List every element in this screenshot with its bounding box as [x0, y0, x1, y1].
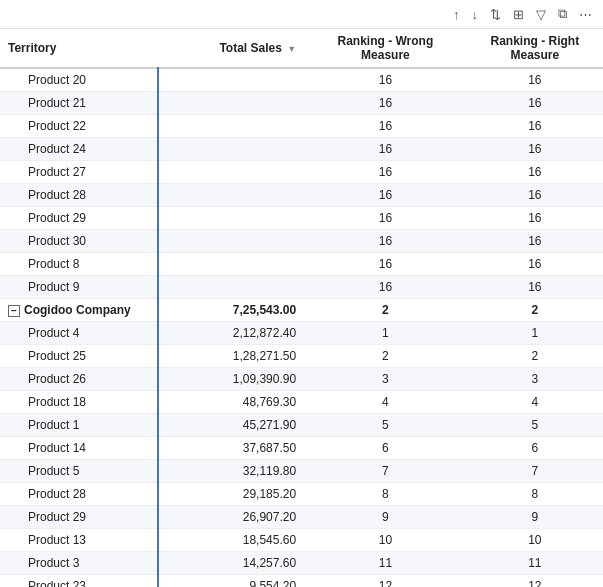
cell-sales: 45,271.90: [168, 414, 304, 437]
col-wrong-rank[interactable]: Ranking - Wrong Measure: [304, 29, 467, 68]
cell-territory: Product 4: [0, 322, 168, 345]
cell-wrong-rank: 16: [304, 207, 467, 230]
cell-territory: Product 13: [0, 529, 168, 552]
table-row: Product 314,257.601111: [0, 552, 603, 575]
table-row: Product 145,271.9055: [0, 414, 603, 437]
cell-sales: [168, 230, 304, 253]
cell-sales: 32,119.80: [168, 460, 304, 483]
cell-right-rank: 16: [467, 230, 603, 253]
filter-icon[interactable]: ▽: [533, 5, 549, 24]
table-row: Product 1848,769.3044: [0, 391, 603, 414]
cell-sales: [168, 92, 304, 115]
table-row: Product 1437,687.5066: [0, 437, 603, 460]
cell-territory: Product 29: [0, 207, 168, 230]
table-row: Product 532,119.8077: [0, 460, 603, 483]
cell-territory: Product 20: [0, 68, 168, 92]
cell-sales: [168, 276, 304, 299]
table-row: Product 2829,185.2088: [0, 483, 603, 506]
cell-wrong-rank: 5: [304, 414, 467, 437]
cell-sales: 14,257.60: [168, 552, 304, 575]
sort-asc-icon[interactable]: ↑: [450, 5, 463, 24]
expand-icon[interactable]: ⧉: [555, 4, 570, 24]
cell-wrong-rank: 8: [304, 483, 467, 506]
cell-wrong-rank: 2: [304, 299, 467, 322]
columns-icon[interactable]: ⊞: [510, 5, 527, 24]
cell-wrong-rank: 16: [304, 92, 467, 115]
cell-wrong-rank: 16: [304, 161, 467, 184]
toolbar: ↑ ↓ ⇅ ⊞ ▽ ⧉ ⋯: [0, 0, 603, 29]
cell-right-rank: 10: [467, 529, 603, 552]
table-row: Product 42,12,872.4011: [0, 322, 603, 345]
table-row: Product 251,28,271.5022: [0, 345, 603, 368]
cell-sales: 26,907.20: [168, 506, 304, 529]
sort-desc-icon[interactable]: ↓: [469, 5, 482, 24]
cell-wrong-rank: 7: [304, 460, 467, 483]
cell-sales: 1,28,271.50: [168, 345, 304, 368]
cell-sales: [168, 161, 304, 184]
cell-sales: 48,769.30: [168, 391, 304, 414]
col-right-rank[interactable]: Ranking - Right Measure: [467, 29, 603, 68]
cell-territory: Product 8: [0, 253, 168, 276]
cell-right-rank: 6: [467, 437, 603, 460]
cell-right-rank: 2: [467, 345, 603, 368]
cell-territory: Product 29: [0, 506, 168, 529]
table-row: Product 239,554.201212: [0, 575, 603, 588]
cell-right-rank: 2: [467, 299, 603, 322]
sort-both-icon[interactable]: ⇅: [487, 5, 504, 24]
cell-wrong-rank: 16: [304, 115, 467, 138]
cell-right-rank: 12: [467, 575, 603, 588]
cell-territory: Product 3: [0, 552, 168, 575]
cell-sales: [168, 253, 304, 276]
cell-territory: −Cogidoo Company: [0, 299, 168, 322]
cell-right-rank: 9: [467, 506, 603, 529]
cell-wrong-rank: 16: [304, 68, 467, 92]
col-territory[interactable]: Territory: [0, 29, 168, 68]
table-row: Product 221616: [0, 115, 603, 138]
cell-sales: [168, 207, 304, 230]
cell-wrong-rank: 12: [304, 575, 467, 588]
table-row: Product 281616: [0, 184, 603, 207]
cell-territory: Product 28: [0, 483, 168, 506]
cell-wrong-rank: 16: [304, 184, 467, 207]
cell-wrong-rank: 10: [304, 529, 467, 552]
expand-collapse-icon[interactable]: −: [8, 305, 20, 317]
cell-territory: Product 21: [0, 92, 168, 115]
cell-territory: Product 5: [0, 460, 168, 483]
cell-sales: 7,25,543.00: [168, 299, 304, 322]
cell-territory: Product 26: [0, 368, 168, 391]
cell-territory: Product 24: [0, 138, 168, 161]
table-row: Product 81616: [0, 253, 603, 276]
cell-right-rank: 16: [467, 276, 603, 299]
data-table: Territory Total Sales ▼ Ranking - Wrong …: [0, 29, 603, 587]
cell-right-rank: 16: [467, 161, 603, 184]
table-row: Product 291616: [0, 207, 603, 230]
cell-wrong-rank: 16: [304, 253, 467, 276]
cell-territory: Product 14: [0, 437, 168, 460]
cell-territory: Product 9: [0, 276, 168, 299]
table-row: Product 201616: [0, 68, 603, 92]
table-row: Product 91616: [0, 276, 603, 299]
table-row: Product 2926,907.2099: [0, 506, 603, 529]
cell-sales: 29,185.20: [168, 483, 304, 506]
col-total-sales[interactable]: Total Sales ▼: [168, 29, 304, 68]
cell-right-rank: 16: [467, 92, 603, 115]
cell-territory: Product 22: [0, 115, 168, 138]
cell-wrong-rank: 3: [304, 368, 467, 391]
table-header-row: Territory Total Sales ▼ Ranking - Wrong …: [0, 29, 603, 68]
cell-right-rank: 5: [467, 414, 603, 437]
table-row: −Cogidoo Company7,25,543.0022: [0, 299, 603, 322]
cell-sales: [168, 68, 304, 92]
table-row: Product 261,09,390.9033: [0, 368, 603, 391]
cell-wrong-rank: 16: [304, 230, 467, 253]
cell-sales: 37,687.50: [168, 437, 304, 460]
cell-right-rank: 16: [467, 253, 603, 276]
cell-wrong-rank: 16: [304, 138, 467, 161]
cell-wrong-rank: 2: [304, 345, 467, 368]
cell-right-rank: 4: [467, 391, 603, 414]
cell-wrong-rank: 11: [304, 552, 467, 575]
table-row: Product 301616: [0, 230, 603, 253]
cell-right-rank: 16: [467, 207, 603, 230]
cell-sales: 2,12,872.40: [168, 322, 304, 345]
more-icon[interactable]: ⋯: [576, 5, 595, 24]
cell-sales: 1,09,390.90: [168, 368, 304, 391]
